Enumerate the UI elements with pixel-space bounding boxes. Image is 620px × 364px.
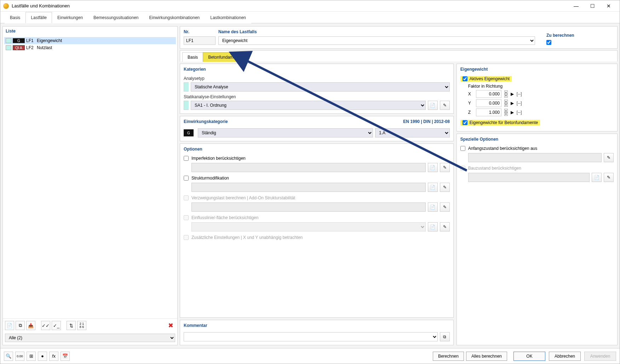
edit-icon[interactable]: ✎ [604,153,614,162]
factor-y-input[interactable] [476,99,501,107]
einfluss-checkbox [184,215,189,220]
calc-label: Zu berechnen [546,33,614,38]
anfang-label: Anfangszustand berücksichtigen aus [468,146,614,151]
calendar-icon[interactable]: 📅 [61,352,70,361]
aktiv-eigengewicht-checkbox[interactable] [463,76,467,81]
kommentar-header: Kommentar [180,320,453,330]
tab-bemessung[interactable]: Bemessungssituationen [88,12,144,23]
delete-icon[interactable]: ✖ [166,321,175,330]
loadcase-name: Nutzlast [37,45,52,50]
play-icon[interactable]: ▶ [511,101,514,106]
abbrechen-button[interactable]: Abbrechen [549,352,581,361]
spinner-icon[interactable]: ▴▾ [504,109,508,116]
imperf-checkbox[interactable] [184,156,189,161]
struktur-label: Strukturmodifikation [191,176,450,181]
edit-icon: ✎ [604,173,614,182]
edit-icon[interactable]: ✎ [440,183,450,192]
new-icon[interactable]: 📄 [428,163,438,172]
category-badge: G [13,38,25,43]
model-icon[interactable]: ⊞ [27,352,36,361]
titlebar: Lastfälle und Kombinationen — ☐ ✕ [0,0,620,12]
nr-input[interactable] [184,36,216,45]
liste-header: Liste [3,27,177,36]
list-item[interactable]: G LF1 Eigengewicht [4,37,176,44]
aktiv-eigengewicht-label: Aktives Eigengewicht [470,76,510,81]
renumber-icon[interactable]: 2 18 6 [77,321,86,330]
anwenden-button: Anwenden [584,352,616,361]
filter-select[interactable]: Alle (2) [5,334,175,342]
struktur-field[interactable] [191,183,426,192]
import-icon[interactable]: 📥 [26,321,35,330]
uncheck-all-icon[interactable]: ✓_ [52,321,61,330]
fx-icon[interactable]: fx [49,352,58,361]
play-icon[interactable]: ▶ [511,92,514,96]
color-chip [184,101,189,110]
zusatz-checkbox [184,235,189,240]
minimize-button[interactable]: — [568,0,584,12]
alles-berechnen-button[interactable]: Alles berechnen [466,352,507,361]
verzweig-checkbox [184,195,189,200]
app-icon [3,3,9,9]
edit-icon: ✎ [440,222,450,231]
name-select[interactable]: Eigengewicht [218,36,535,45]
factor-x-input[interactable] [476,90,501,98]
copy-icon[interactable]: ⧉ [16,321,25,330]
imperf-label: Imperfektion berücksichtigen [191,156,450,161]
spezielle-header: Spezielle Optionen [457,134,617,144]
bauzustand-label: Bauzustand berücksichtigen [468,166,614,171]
einwirkung-select[interactable]: Ständig [198,128,373,137]
nr-label: Nr. [184,29,216,34]
statik-label: Statikanalyse-Einstellungen [184,94,450,99]
calc-checkbox[interactable] [546,40,551,45]
tab-einwirkungskombi[interactable]: Einwirkungskombinationen [144,12,205,23]
name-label: Name des Lastfalls [218,29,535,34]
factor-z-input[interactable] [476,108,501,116]
maximize-button[interactable]: ☐ [584,0,601,12]
subtab-betonfundamente[interactable]: Betonfundamente [203,52,247,62]
beton-eigengewicht-checkbox[interactable] [463,120,467,125]
loadcase-id: LF1 [26,38,35,43]
tab-basis[interactable]: Basis [5,12,25,23]
optionen-header: Optionen [180,144,453,154]
faktor-label: Faktor in Richtung [468,84,614,89]
edit-icon[interactable]: ✎ [440,163,450,172]
tab-lastkombi[interactable]: Lastkombinationen [205,12,251,23]
analysetyp-select[interactable]: Statische Analyse [191,82,450,92]
ok-button[interactable]: OK [513,352,545,361]
tab-lastfaelle[interactable]: Lastfälle [25,12,52,23]
kommentar-edit-icon[interactable]: ⧉ [440,332,450,341]
spinner-icon[interactable]: ▴▾ [504,100,508,107]
einwirkung-num-select[interactable]: 1.A [375,128,450,137]
eigengewicht-header: Eigengewicht [457,64,617,74]
new-icon[interactable]: 📄 [5,321,14,330]
berechnen-button[interactable]: Berechnen [433,352,464,361]
close-button[interactable]: ✕ [601,0,617,12]
anfang-checkbox[interactable] [460,146,465,151]
category-badge-g: G [184,129,194,136]
sort-icon[interactable]: ⇅ [67,321,76,330]
new-icon[interactable]: 📄 [428,183,438,192]
list-item[interactable]: QI A LF2 Nutzlast [4,44,176,51]
statik-select[interactable]: SA1 - I. Ordnung [191,101,426,110]
liste-listbox[interactable]: G LF1 Eigengewicht QI A LF2 Nutzlast [3,36,177,318]
play-icon[interactable]: ▶ [511,110,514,115]
imperf-field[interactable] [191,163,426,172]
edit-settings-icon[interactable]: ✎ [440,101,450,110]
code-standard: EN 1990 | DIN | 2012-08 [403,119,449,124]
struktur-checkbox[interactable] [184,176,189,181]
new-settings-icon[interactable]: 📄 [428,101,438,110]
beton-eigengewicht-label: Eigengewichte für Betonfundamente [470,120,538,125]
search-icon[interactable]: 🔍 [4,352,13,361]
kommentar-select[interactable] [184,332,438,341]
subtab-basis[interactable]: Basis [182,52,203,62]
anfang-field[interactable] [468,153,602,162]
check-all-icon[interactable]: ✓✓ [41,321,50,330]
bauzustand-checkbox [460,166,465,171]
bauzustand-field [468,173,590,182]
units-icon[interactable]: 0.00 [15,352,24,361]
loadcase-name: Eigengewicht [37,38,62,43]
category-badge: QI A [13,45,25,50]
tab-einwirkungen[interactable]: Einwirkungen [52,12,88,23]
spinner-icon[interactable]: ▴▾ [504,90,508,98]
record-icon[interactable]: ● [38,352,47,361]
